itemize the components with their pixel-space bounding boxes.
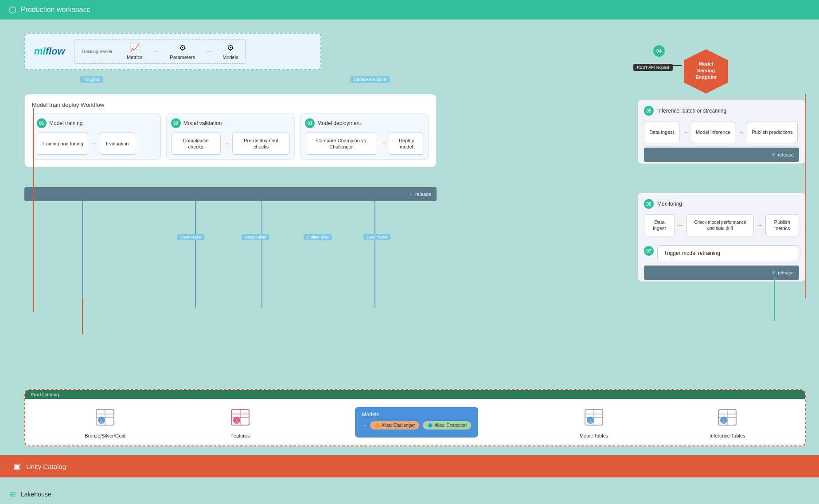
trigger-num: 07 [644,246,654,256]
alias-champion-badge: 🔷 Alias: Champion [423,421,471,430]
mlflow-parameters: ⚙ Parameters [170,43,195,60]
workflow-box: Model train deploy Workflow 01 Model tra… [24,94,437,167]
svg-text:Endpoint: Endpoint [695,74,717,80]
conn-red-v-right [805,94,806,298]
section-model-training: 01 Model training Training and tuning → … [32,113,161,160]
inference-tables-icon-wrapper: △ [714,406,741,430]
step-evaluation: Evaluation [100,133,135,155]
workflow-release-label: release [415,191,431,197]
rest-api-arrow [668,65,682,66]
unity-icon: ▣ [13,461,21,471]
update-alias-badge: Update alias [304,234,332,240]
separator2: → [206,48,212,55]
features-icon: △ [227,406,254,430]
parameters-label: Parameters [170,55,195,60]
prod-catalog: Prod Catalog △ Bronze/Silver/Gold [24,389,806,446]
metric-tables-icon-wrapper: △ [581,406,607,430]
inference-steps: Data ingest → Model inference → Publish … [644,121,799,143]
alias-badges: 🔶 Alias: Challenger 🔷 Alias: Champion [370,421,471,430]
bronze-label: Bronze/Silver/Gold [85,433,125,438]
monitoring-release-bar: ⑂ release [644,266,799,280]
catalog-item-metric-tables: △ Metric Tables [580,406,608,438]
inference-release-icon: ⑂ [772,152,775,158]
update-endpoint-badge: Update endpoint [350,76,390,83]
mlflow-models: ⚙ Models [222,43,238,60]
conn-v-3 [261,201,262,308]
conn-red-down [82,299,83,334]
mlflow-metrics: 📈 Metrics [127,43,142,60]
prod-catalog-header: Prod Catalog [25,390,805,399]
workflow-title: Model train deploy Workflow [32,102,429,108]
metrics-label: Metrics [127,55,142,60]
section-02-steps: Compliance checks → Pre-deployment check… [171,133,290,155]
load-model-2-badge: Load model [363,234,390,240]
inf-step-publish-predictions: Publish predictions [747,121,797,143]
challenger-icon: 🔶 [374,423,380,428]
metric-tables-icon: △ [581,406,607,430]
svg-text:Model: Model [699,61,713,66]
models-arrow: → [362,422,367,429]
mon-arrow-1: → [678,222,684,229]
load-model-1-badge: Load model [177,234,204,240]
assign-alias-badge: Assign alias [242,234,269,240]
models-arrow-row: → 🔶 Alias: Challenger 🔷 Alias: Champion [362,421,471,430]
section-02-title: Model validation [183,120,222,126]
mon-step-check-model: Check model performance and data drift [686,214,754,236]
champion-label: Alias: Champion [434,423,467,428]
challenger-label: Alias: Challenger [382,423,415,428]
serving-endpoint-svg: Model Serving Endpoint [682,47,730,96]
tracking-server-label: Tracking Server [82,49,113,54]
inference-release-bar: ⑂ release [644,148,799,162]
arrow-03: → [380,140,386,147]
workflow-sections: 01 Model training Training and tuning → … [32,113,429,160]
section-03-num: 03 [305,118,315,128]
section-03-steps: Compare Champion vs Challenger → Deploy … [305,133,424,155]
serving-endpoint-num: 04 [653,45,665,57]
step-compare-champion: Compare Champion vs Challenger [305,133,377,155]
conn-v-1 [82,201,83,308]
svg-text:△: △ [722,418,725,423]
parameters-icon: ⚙ [179,43,186,53]
monitoring-title: Monitoring [657,201,682,207]
metric-tables-label: Metric Tables [580,433,608,438]
monitoring-steps: Data ingest → Check model performance an… [644,214,799,236]
bronze-icon: △ [92,406,118,430]
models-label: Models [222,55,238,60]
inference-box: 05 Inference: batch or streaming Data in… [637,99,806,164]
section-03-header: 03 Model deployment [305,118,424,128]
inf-step-model-inference: Model inference [691,121,735,143]
alias-challenger-badge: 🔶 Alias: Challenger [370,421,420,430]
conn-red-v-1 [33,108,34,312]
catalog-item-bronze: △ Bronze/Silver/Gold [85,406,125,438]
mlflow-box: mlflow Tracking Server 📈 Metrics → ⚙ Par… [24,33,321,70]
catalog-item-features: △ Features [227,406,254,438]
logging-badge: Logging [80,76,103,83]
workflow-release-bar: ⑂ release [24,187,437,201]
inf-arrow-2: → [738,129,744,136]
trigger-row: 07 Trigger model retraining [644,241,799,261]
svg-text:△: △ [235,418,238,423]
monitoring-release-label: release [778,270,794,275]
conn-v-2 [195,201,196,308]
workspace-title: Production workspace [21,6,90,14]
section-model-validation: 02 Model validation Compliance checks → … [166,113,295,160]
inference-release-label: release [778,152,794,157]
workspace-icon: ⬡ [9,4,16,15]
bronze-icon-wrapper: △ [92,406,118,430]
trigger-box: Trigger model retraining [657,245,799,261]
inference-num: 05 [644,106,654,116]
mon-step-publish-metrics: Publish metrics [765,214,799,236]
monitoring-num: 06 [644,199,654,209]
champion-icon: 🔷 [427,423,433,428]
models-icon: ⚙ [227,43,234,53]
serving-endpoint-container: Model Serving Endpoint [682,47,730,96]
arrow-01: → [91,140,97,147]
models-catalog-title: Models [362,411,471,418]
step-training-tuning: Training and tuning [37,133,88,155]
inference-header: 05 Inference: batch or streaming [644,106,799,116]
section-01-num: 01 [37,118,47,128]
section-02-header: 02 Model validation [171,118,290,128]
workflow-release-icon: ⑂ [410,191,413,197]
section-03-title: Model deployment [317,120,361,126]
catalog-item-inference-tables: △ Inference Tables [710,406,745,438]
